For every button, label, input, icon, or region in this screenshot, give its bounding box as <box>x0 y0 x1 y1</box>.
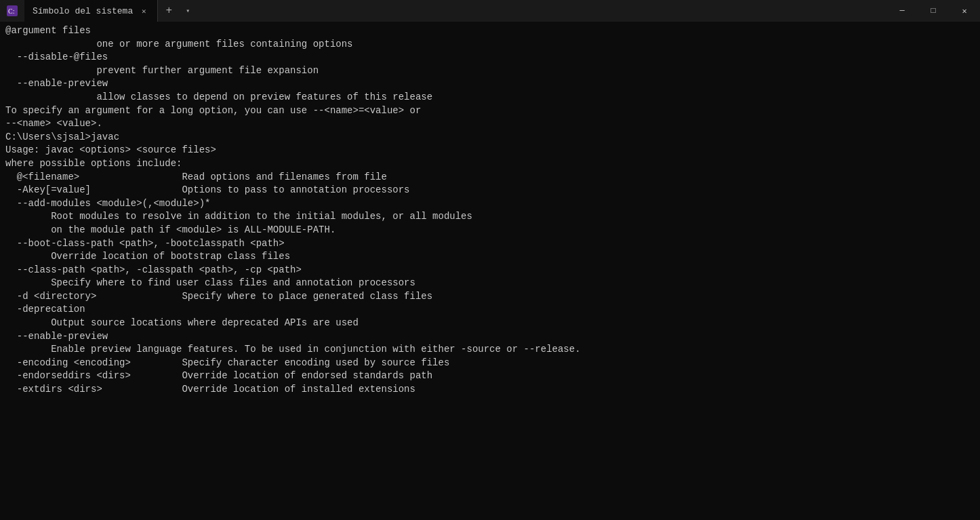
terminal-line: --<name> <value>. <box>5 117 975 131</box>
terminal-line: where possible options include: <box>5 157 975 171</box>
window-controls: ─ □ ✕ <box>886 0 980 22</box>
terminal-line: Override location of bootstrap class fil… <box>5 250 975 264</box>
terminal-line: prevent further argument file expansion <box>5 64 975 78</box>
terminal-line: --enable-preview <box>5 77 975 91</box>
terminal-line: --add-modules <module>(,<module>)* <box>5 197 975 211</box>
tab-area: Símbolo del sistema ✕ + ▾ <box>24 0 886 22</box>
tab-close-button[interactable]: ✕ <box>138 5 149 16</box>
terminal-line: allow classes to depend on preview featu… <box>5 91 975 104</box>
terminal-line: @argument files <box>5 24 975 38</box>
title-bar: C: Símbolo del sistema ✕ + ▾ ─ □ ✕ <box>0 0 980 22</box>
tab-simbolo-sistema[interactable]: Símbolo del sistema ✕ <box>24 0 158 22</box>
terminal-line: @<filename> Read options and filenames f… <box>5 171 975 184</box>
terminal-line: -Akey[=value] Options to pass to annotat… <box>5 184 975 197</box>
terminal-line: Enable preview language features. To be … <box>5 343 975 357</box>
terminal-line: --disable-@files <box>5 51 975 64</box>
title-bar-icon: C: <box>5 4 19 18</box>
window-close-button[interactable]: ✕ <box>949 0 980 22</box>
terminal-line: --boot-class-path <path>, -bootclasspath… <box>5 237 975 251</box>
maximize-button[interactable]: □ <box>918 0 949 22</box>
terminal-line: -d <directory> Specify where to place ge… <box>5 290 975 304</box>
tab-label: Símbolo del sistema <box>33 6 133 16</box>
terminal-line: -deprecation <box>5 303 975 317</box>
terminal-body: @argument files one or more argument fil… <box>0 22 980 520</box>
terminal-line: -endorseddirs <dirs> Override location o… <box>5 369 975 383</box>
terminal-line: C:\Users\sjsal>javac <box>5 131 975 144</box>
tab-dropdown-button[interactable]: ▾ <box>180 0 196 22</box>
terminal-line: --enable-preview <box>5 330 975 344</box>
terminal-line: Usage: javac <options> <source files> <box>5 144 975 157</box>
terminal-line: -extdirs <dirs> Override location of ins… <box>5 383 975 397</box>
terminal-line: Output source locations where deprecated… <box>5 317 975 330</box>
terminal-line: -encoding <encoding> Specify character e… <box>5 357 975 370</box>
terminal-line: --class-path <path>, -classpath <path>, … <box>5 264 975 277</box>
minimize-button[interactable]: ─ <box>886 0 918 22</box>
terminal-line: Root modules to resolve in addition to t… <box>5 210 975 224</box>
terminal-line: To specify an argument for a long option… <box>5 104 975 118</box>
new-tab-button[interactable]: + <box>158 0 180 22</box>
svg-text:C:: C: <box>8 7 14 15</box>
terminal-line: one or more argument files containing op… <box>5 38 975 52</box>
terminal-line: Specify where to find user class files a… <box>5 277 975 290</box>
terminal-line: on the module path if <module> is ALL-MO… <box>5 224 975 237</box>
